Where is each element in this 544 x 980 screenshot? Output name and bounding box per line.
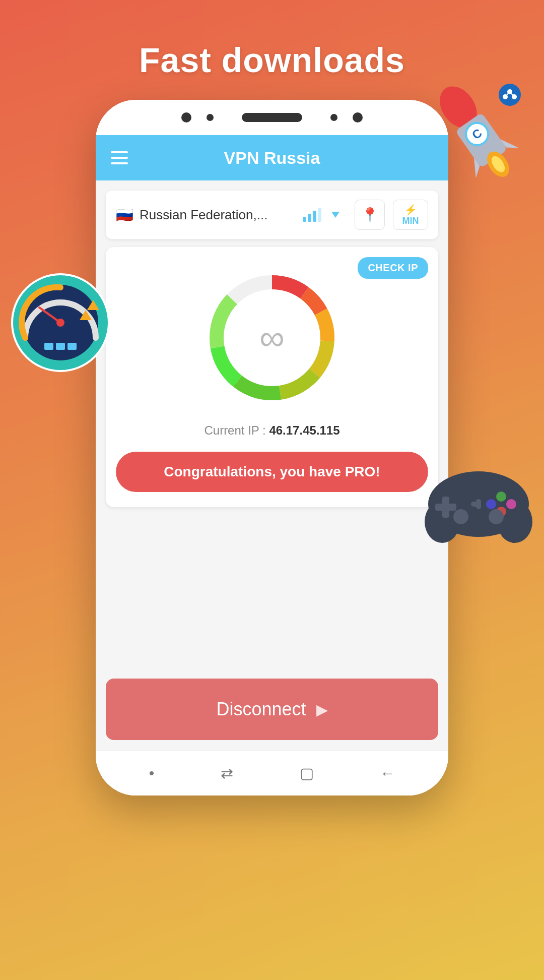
menu-button[interactable] (111, 151, 128, 164)
svg-rect-27 (435, 504, 456, 511)
spacer (96, 515, 448, 668)
page-title: Fast downloads (139, 40, 405, 80)
min-ping-button[interactable]: ⚡ MIN (393, 200, 428, 230)
infinity-symbol: ∞ (259, 318, 285, 358)
speaker (242, 113, 302, 122)
nav-home-icon[interactable]: ▢ (300, 764, 314, 782)
min-label: MIN (402, 216, 419, 226)
server-selector[interactable]: 🇷🇺 Russian Federation,... 📍 ⚡ MIN (106, 191, 438, 239)
bandwidth-gauge: ∞ (201, 267, 343, 408)
disconnect-area: Disconnect ▶ (96, 668, 448, 750)
front-camera-right (353, 112, 363, 122)
phone-top-bar (96, 100, 448, 135)
svg-point-8 (499, 84, 521, 106)
svg-point-35 (489, 509, 504, 524)
disconnect-arrow-icon: ▶ (316, 701, 328, 718)
country-flag: 🇷🇺 (116, 207, 133, 223)
nav-recent-icon[interactable]: ⇄ (221, 764, 233, 782)
signal-bar-2 (308, 214, 311, 222)
svg-point-29 (506, 499, 516, 509)
disconnect-button[interactable]: Disconnect ▶ (106, 679, 438, 740)
check-ip-button[interactable]: CHECK IP (358, 257, 428, 279)
phone-inner: VPN Russia 🇷🇺 Russian Federation,... 📍 (96, 135, 448, 795)
svg-rect-18 (44, 343, 53, 350)
signal-bar-3 (313, 211, 316, 222)
bottom-navigation: • ⇄ ▢ ← (96, 750, 448, 795)
dropdown-arrow-icon (331, 212, 339, 218)
rocket-decoration: C (428, 81, 529, 192)
current-ip-row: Current IP : 46.17.45.115 (204, 423, 339, 438)
signal-bar-4 (318, 208, 321, 222)
svg-rect-33 (476, 499, 481, 509)
gamepad-decoration (423, 454, 534, 544)
hamburger-line-1 (111, 151, 128, 153)
main-card: CHECK IP (106, 247, 438, 507)
signal-bars (303, 208, 321, 222)
current-ip-value: 46.17.45.115 (269, 423, 339, 437)
svg-point-28 (496, 492, 506, 502)
svg-point-17 (56, 319, 64, 327)
app-title: VPN Russia (224, 148, 320, 168)
location-button[interactable]: 📍 (355, 200, 385, 230)
nav-dot-icon[interactable]: • (149, 765, 155, 782)
current-ip-label: Current IP : (204, 423, 265, 437)
signal-bar-1 (303, 217, 306, 222)
bolt-icon: ⚡ (404, 204, 417, 216)
phone-frame: VPN Russia 🇷🇺 Russian Federation,... 📍 (96, 100, 448, 795)
svg-rect-20 (67, 343, 77, 350)
speedometer-decoration (10, 272, 111, 373)
server-name: Russian Federation,... (140, 207, 297, 223)
nav-back-icon[interactable]: ← (380, 765, 395, 782)
disconnect-label: Disconnect (216, 699, 306, 720)
sensor-dot-right (330, 114, 337, 121)
hamburger-line-3 (111, 162, 128, 164)
svg-point-34 (453, 509, 468, 524)
location-pin-icon: 📍 (361, 207, 379, 223)
pro-message-button[interactable]: Congratulations, you have PRO! (116, 452, 428, 492)
sensor-dot-left (207, 114, 214, 121)
app-header: VPN Russia (96, 135, 448, 180)
front-camera-left (181, 112, 191, 122)
svg-rect-19 (56, 343, 65, 350)
hamburger-line-2 (111, 157, 128, 159)
svg-point-31 (486, 499, 496, 509)
app-content: 🇷🇺 Russian Federation,... 📍 ⚡ MIN (96, 180, 448, 795)
